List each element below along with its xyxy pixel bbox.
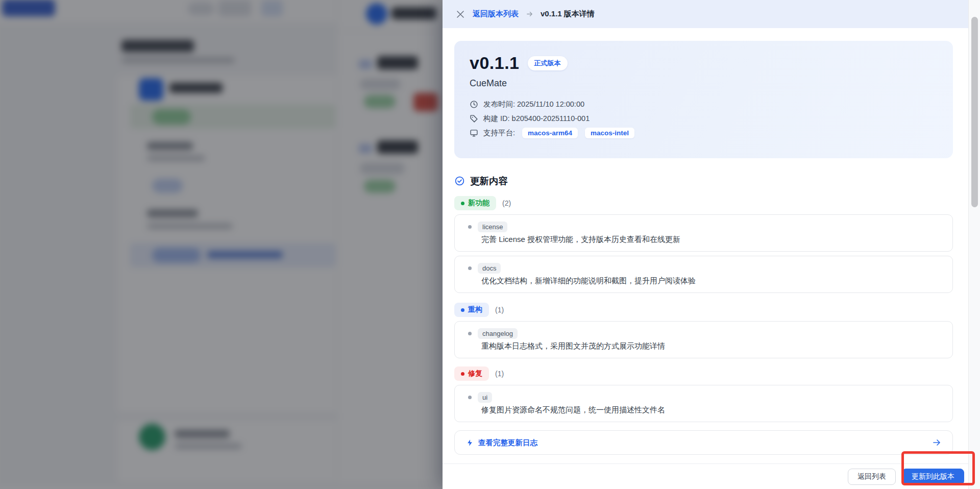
tag-icon (470, 114, 478, 123)
check-circle-icon (454, 176, 465, 186)
view-full-changelog-link[interactable]: 查看完整更新日志 (466, 438, 537, 448)
red-dot-icon (461, 372, 464, 376)
version-meta: 发布时间: 2025/11/10 12:00:00 构建 ID: b205400… (470, 97, 938, 140)
breadcrumb-arrow-icon (526, 10, 533, 18)
update-content-heading: 更新内容 (454, 175, 953, 187)
dimmed-overlay[interactable] (0, 0, 444, 489)
item-description: 修复图片资源命名不规范问题，统一使用描述性文件名 (465, 405, 942, 415)
feature-group-pill: 新功能 (454, 196, 496, 210)
group-fixes: 修复 (1) (454, 366, 953, 381)
change-item-docs: docs 优化文档结构，新增详细的功能说明和截图，提升用户阅读体验 (454, 256, 953, 293)
platforms-label: 支持平台: (483, 128, 515, 138)
fix-group-pill: 修复 (454, 366, 489, 381)
monitor-icon (470, 129, 478, 137)
bullet-icon (468, 225, 472, 229)
item-description: 优化文档结构，新增详细的功能说明和截图，提升用户阅读体验 (465, 276, 942, 286)
clock-icon (470, 100, 478, 109)
screen: 返回版本列表 v0.1.1 版本详情 v0.1.1 正式版本 CueMate 发… (0, 0, 980, 489)
view-full-changelog-label: 查看完整更新日志 (478, 438, 537, 448)
group-features: 新功能 (2) (454, 196, 953, 210)
version-number: v0.1.1 (470, 53, 520, 73)
changelog-arrow-icon[interactable] (932, 438, 941, 447)
update-content-title: 更新内容 (470, 175, 508, 187)
feature-group-label: 新功能 (468, 199, 489, 208)
back-to-list-button[interactable]: 返回列表 (848, 469, 896, 485)
refactor-group-pill: 重构 (454, 303, 489, 317)
platform-badge-intel: macos-intel (585, 128, 634, 138)
release-time-text: 发布时间: 2025/11/10 12:00:00 (483, 100, 584, 109)
build-id-row: 构建 ID: b205400-20251110-001 (470, 111, 938, 126)
lightning-icon (466, 439, 474, 447)
scrollbar-thumb[interactable] (971, 17, 978, 207)
blue-dot-icon (461, 308, 464, 312)
green-dot-icon (461, 202, 464, 205)
back-to-version-list-link[interactable]: 返回版本列表 (473, 9, 519, 19)
update-to-version-button[interactable]: 更新到此版本 (902, 469, 964, 485)
item-description: 重构版本日志格式，采用图文并茂的方式展示功能详情 (465, 341, 942, 351)
item-tag: docs (478, 263, 501, 274)
drawer-header: 返回版本列表 v0.1.1 版本详情 (443, 0, 968, 28)
platform-badge-arm64: macos-arm64 (522, 128, 578, 138)
app-name: CueMate (470, 78, 938, 89)
version-summary-card: v0.1.1 正式版本 CueMate 发布时间: 2025/11/10 12:… (454, 41, 953, 158)
release-type-badge: 正式版本 (528, 56, 568, 70)
bullet-icon (468, 396, 472, 399)
scrollbar-track[interactable] (968, 0, 980, 489)
build-id-text: 构建 ID: b205400-20251110-001 (483, 114, 590, 124)
version-detail-drawer: 返回版本列表 v0.1.1 版本详情 v0.1.1 正式版本 CueMate 发… (443, 0, 980, 489)
group-refactor: 重构 (1) (454, 303, 953, 317)
drawer-footer: 返回列表 更新到此版本 (443, 463, 968, 489)
bullet-icon (468, 332, 472, 335)
refactor-group-count: (1) (495, 306, 504, 314)
fix-group-count: (1) (495, 370, 504, 378)
drawer-title: v0.1.1 版本详情 (541, 9, 595, 19)
item-description: 完善 License 授权管理功能，支持版本历史查看和在线更新 (465, 235, 942, 244)
feature-group-count: (2) (502, 199, 511, 207)
bullet-icon (468, 266, 472, 270)
refactor-group-label: 重构 (468, 305, 482, 314)
item-tag: ui (478, 392, 492, 403)
release-time-row: 发布时间: 2025/11/10 12:00:00 (470, 97, 938, 111)
change-item-changelog: changelog 重构版本日志格式，采用图文并茂的方式展示功能详情 (454, 321, 953, 358)
drawer-body: v0.1.1 正式版本 CueMate 发布时间: 2025/11/10 12:… (443, 28, 968, 463)
item-tag: changelog (478, 328, 518, 339)
fix-group-label: 修复 (468, 369, 482, 378)
close-icon[interactable] (455, 9, 465, 19)
change-item-license: license 完善 License 授权管理功能，支持版本历史查看和在线更新 (454, 214, 953, 252)
full-changelog-card: 查看完整更新日志 (454, 430, 953, 455)
change-item-ui: ui 修复图片资源命名不规范问题，统一使用描述性文件名 (454, 385, 953, 422)
item-tag: license (478, 222, 507, 232)
platforms-row: 支持平台: macos-arm64 macos-intel (470, 126, 938, 140)
